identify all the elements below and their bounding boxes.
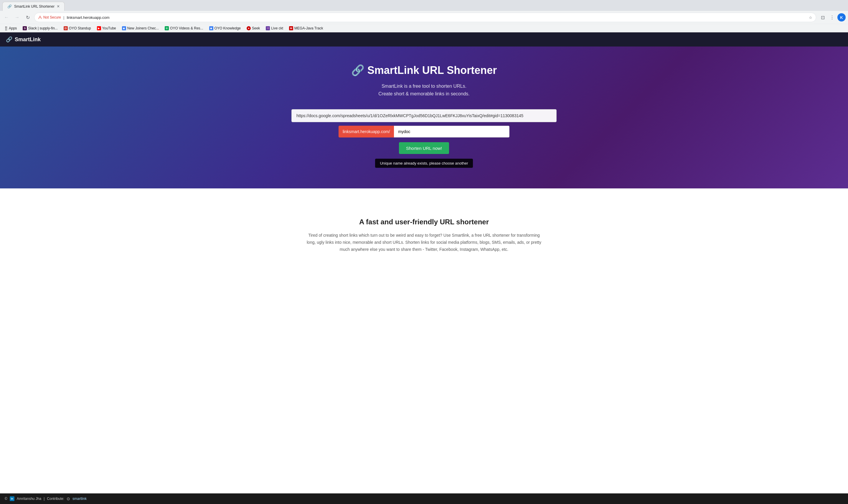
content-description: Tired of creating short links which turn… (306, 232, 542, 253)
bookmark-seek[interactable]: ● Seek (244, 25, 262, 31)
security-warning: Not Secure (38, 15, 61, 19)
content-section: A fast and user-friendly URL shortener T… (291, 203, 557, 268)
bookmark-oyo-standup[interactable]: O OYO Standup (61, 25, 93, 31)
mega-java-favicon: M (289, 26, 293, 30)
active-tab[interactable]: 🔗 SmartLink URL Shortener × (2, 2, 65, 11)
long-url-input[interactable] (291, 109, 557, 122)
oyo-standup-favicon: O (64, 26, 68, 30)
hero-subtitle: SmartLink is a free tool to shorten URLs… (378, 83, 469, 97)
error-tooltip: Unique name already exists, please choos… (375, 159, 473, 168)
bookmark-slack[interactable]: S Slack | supply-fin... (20, 25, 60, 31)
cast-button[interactable]: ⊡ (818, 13, 827, 21)
warning-icon (38, 15, 42, 19)
app-logo-icon: 🔗 (6, 36, 12, 43)
bookmark-mega-java-label: MEGA-Java Track (294, 26, 323, 30)
forward-button[interactable]: → (13, 13, 21, 21)
bookmark-oyo-knowledge-label: OYO Knowledge (214, 26, 241, 30)
nav-right-buttons: ⊡ ⋮ K (818, 13, 846, 21)
app-logo-text: SmartLink (15, 36, 41, 43)
oyo-videos-favicon: ⊞ (165, 26, 169, 30)
url-display: linksmart.herokuapp.com (67, 15, 109, 20)
bookmark-oyo-videos-label: OYO Videos & Res... (170, 26, 203, 30)
apps-icon: ⣿ (5, 26, 8, 30)
bookmark-youtube[interactable]: ▶ YouTube (94, 25, 119, 31)
hero-title-icon: 🔗 (351, 64, 364, 76)
hero-section: 🔗 SmartLink URL Shortener SmartLink is a… (0, 47, 848, 188)
bookmark-oyo-knowledge[interactable]: ◆ OYO Knowledge (207, 25, 243, 31)
bookmark-apps-label: Apps (9, 26, 17, 30)
tab-favicon: 🔗 (7, 4, 12, 8)
youtube-favicon: ▶ (97, 26, 101, 30)
shorten-url-button[interactable]: Shorten URL now! (399, 142, 449, 154)
browser-chrome: 🔗 SmartLink URL Shortener × ← → ↻ Not Se… (0, 0, 848, 32)
tab-close-button[interactable]: × (57, 4, 59, 9)
bookmark-youtube-label: YouTube (102, 26, 116, 30)
bookmark-mega-java[interactable]: M MEGA-Java Track (287, 25, 325, 31)
live-ckt-favicon: 👾 (266, 26, 270, 30)
content-section-wrapper: A fast and user-friendly URL shortener T… (0, 188, 848, 297)
bookmark-new-joiners[interactable]: ◆ New Joiners Chec... (120, 25, 161, 31)
tab-bar: 🔗 SmartLink URL Shortener × (0, 0, 848, 11)
bookmark-live-ckt-label: Live ckt (271, 26, 283, 30)
more-button[interactable]: ⋮ (828, 13, 836, 21)
new-joiners-favicon: ◆ (122, 26, 126, 30)
address-separator: | (63, 15, 64, 20)
hero-subtitle-line1: SmartLink is a free tool to shorten URLs… (382, 84, 466, 89)
short-url-row: linksmart.herokuapp.com/ (339, 126, 509, 138)
url-input-area: linksmart.herokuapp.com/ Shorten URL now… (291, 109, 557, 168)
back-button[interactable]: ← (2, 13, 11, 21)
oyo-knowledge-favicon: ◆ (209, 26, 213, 30)
hero-title: 🔗 SmartLink URL Shortener (351, 64, 497, 76)
hero-title-text: SmartLink URL Shortener (367, 64, 497, 76)
bookmarks-bar: ⣿ Apps S Slack | supply-fin... O OYO Sta… (0, 24, 848, 32)
bookmark-new-joiners-label: New Joiners Chec... (127, 26, 159, 30)
bookmark-star[interactable]: ☆ (809, 15, 812, 20)
seek-favicon: ● (247, 26, 251, 30)
bookmark-oyo-videos[interactable]: ⊞ OYO Videos & Res... (162, 25, 206, 31)
content-heading: A fast and user-friendly URL shortener (297, 218, 551, 226)
profile-button[interactable]: K (837, 13, 846, 21)
bookmark-live-ckt[interactable]: 👾 Live ckt (263, 25, 285, 31)
app-navbar: 🔗 SmartLink (0, 32, 848, 47)
slack-favicon: S (23, 26, 27, 30)
hero-subtitle-line2: Create short & memorable links in second… (378, 91, 469, 96)
address-bar[interactable]: Not Secure | linksmart.herokuapp.com ☆ (34, 13, 816, 22)
bookmark-slack-label: Slack | supply-fin... (28, 26, 58, 30)
bookmark-seek-label: Seek (252, 26, 260, 30)
reload-button[interactable]: ↻ (23, 13, 32, 21)
short-url-suffix-input[interactable] (394, 126, 509, 138)
bookmark-apps[interactable]: ⣿ Apps (2, 25, 19, 31)
bookmark-oyo-standup-label: OYO Standup (69, 26, 91, 30)
short-url-prefix: linksmart.herokuapp.com/ (339, 126, 394, 138)
nav-bar: ← → ↻ Not Secure | linksmart.herokuapp.c… (0, 11, 848, 24)
tab-title: SmartLink URL Shortener (14, 4, 54, 8)
